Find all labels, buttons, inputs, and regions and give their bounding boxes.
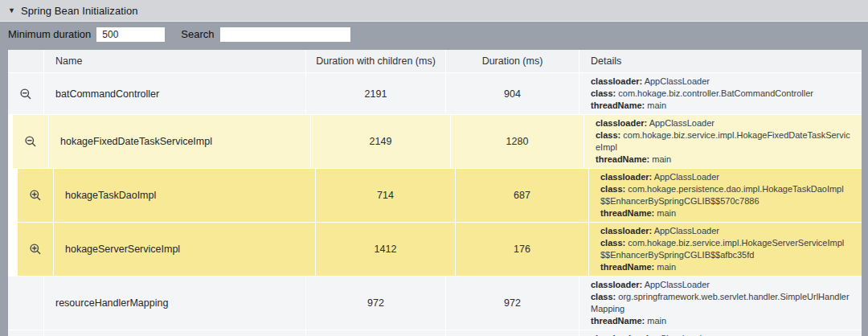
- bean-details: classloader: AppClassLoaderclass: com.ho…: [588, 223, 862, 276]
- bean-details: classloader: AppClassLoaderclass: org.sp…: [579, 330, 862, 336]
- detail-line-class: class: com.hokage.biz.controller.BatComm…: [591, 88, 852, 100]
- expand-toggle-cell[interactable]: [13, 115, 48, 168]
- duration-with-children-value: 628: [305, 330, 445, 336]
- min-duration-label: Minimum duration: [8, 28, 91, 40]
- zoom-in-icon[interactable]: [18, 169, 53, 222]
- bean-details: classloader: AppClassLoaderclass: com.ho…: [583, 115, 862, 168]
- duration-value: 1280: [450, 115, 583, 168]
- zoom-in-icon[interactable]: [18, 223, 53, 276]
- bean-name: hokageFixedDateTaskServiceImpl: [48, 115, 310, 168]
- column-header-details: Details: [579, 50, 862, 72]
- detail-line-classloader: classloader: AppClassLoader: [600, 171, 852, 183]
- table-row: hokageTaskDaoImpl714687classloader: AppC…: [18, 168, 862, 222]
- duration-value: 687: [455, 169, 588, 222]
- detail-line-classloader: classloader: AppClassLoader: [596, 117, 852, 129]
- zoom-out-icon[interactable]: [13, 115, 48, 168]
- detail-line-class: class: org.springframework.web.servlet.h…: [591, 291, 852, 315]
- duration-with-children-value: 714: [315, 169, 455, 222]
- bean-name: sessionRepositoryFilterRegistration: [43, 330, 305, 336]
- detail-line-threadName: threadName: main: [600, 207, 852, 219]
- duration-with-children-value: 1412: [315, 223, 455, 276]
- collapse-triangle-icon[interactable]: ▼: [8, 7, 15, 14]
- zoom-out-icon[interactable]: [8, 73, 43, 114]
- expand-toggle-cell[interactable]: [8, 330, 43, 336]
- duration-with-children-value: 2149: [310, 115, 450, 168]
- min-duration-input[interactable]: [96, 27, 165, 42]
- search-label: Search: [181, 28, 214, 40]
- column-header-duration: Duration (ms): [445, 50, 579, 72]
- table-row: hokageFixedDateTaskServiceImpl21491280cl…: [13, 114, 862, 168]
- duration-with-children-value: 972: [305, 277, 445, 330]
- bean-name: resourceHandlerMapping: [43, 277, 305, 330]
- bean-name: hokageServerServiceImpl: [53, 223, 315, 276]
- detail-line-class: class: com.hokage.persistence.dao.impl.H…: [600, 183, 852, 207]
- expand-toggle-cell[interactable]: [18, 169, 53, 222]
- detail-line-threadName: threadName: main: [591, 315, 852, 327]
- duration-value: 176: [455, 223, 588, 276]
- detail-line-class: class: com.hokage.biz.service.impl.Hokag…: [596, 129, 852, 154]
- table-row: batCommandController2191904classloader: …: [8, 72, 862, 114]
- column-header-name: Name: [43, 50, 305, 72]
- expand-toggle-cell[interactable]: [8, 73, 43, 114]
- detail-line-classloader: classloader: AppClassLoader: [591, 279, 852, 291]
- duration-value: 388: [445, 330, 579, 336]
- table-row: sessionRepositoryFilterRegistration62838…: [8, 330, 862, 336]
- search-input[interactable]: [220, 27, 350, 42]
- column-header-duration-with-children: Duration with children (ms): [305, 50, 445, 72]
- detail-line-class: class: com.hokage.biz.service.impl.Hokag…: [600, 237, 852, 261]
- zoom-in-icon[interactable]: [8, 330, 43, 336]
- duration-with-children-value: 2191: [305, 73, 445, 114]
- table-header-row: Name Duration with children (ms) Duratio…: [8, 50, 862, 72]
- filter-toolbar: Minimum duration Search: [0, 22, 868, 47]
- duration-value: 972: [445, 277, 579, 330]
- panel-header[interactable]: ▼ Spring Bean Initialization: [0, 0, 868, 22]
- detail-line-classloader: classloader: AppClassLoader: [591, 333, 852, 336]
- column-header-toggle: [8, 50, 43, 72]
- detail-line-classloader: classloader: AppClassLoader: [600, 225, 852, 237]
- bean-table: Name Duration with children (ms) Duratio…: [8, 50, 862, 336]
- bean-name: hokageTaskDaoImpl: [53, 169, 315, 222]
- table-body: batCommandController2191904classloader: …: [8, 72, 862, 336]
- table-row: hokageServerServiceImpl1412176classloade…: [18, 222, 862, 276]
- bean-details: classloader: AppClassLoaderclass: org.sp…: [579, 277, 862, 330]
- expand-toggle-cell[interactable]: [18, 223, 53, 276]
- duration-value: 904: [445, 73, 579, 114]
- table-row: resourceHandlerMapping972972classloader:…: [8, 276, 862, 330]
- expand-toggle-cell-empty: [8, 277, 43, 330]
- bean-name: batCommandController: [43, 73, 305, 114]
- detail-line-threadName: threadName: main: [600, 261, 852, 273]
- detail-line-threadName: threadName: main: [596, 154, 852, 166]
- bean-details: classloader: AppClassLoaderclass: com.ho…: [579, 73, 862, 114]
- detail-line-threadName: threadName: main: [591, 100, 852, 112]
- detail-line-classloader: classloader: AppClassLoader: [591, 76, 852, 88]
- panel-title: Spring Bean Initialization: [21, 5, 138, 17]
- bean-details: classloader: AppClassLoaderclass: com.ho…: [588, 169, 862, 222]
